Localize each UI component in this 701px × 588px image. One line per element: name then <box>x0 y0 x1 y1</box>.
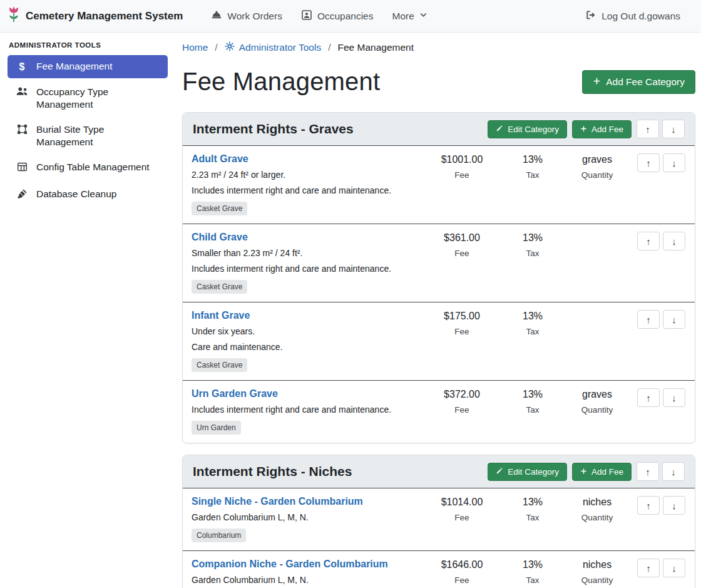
quantity-value: graves <box>563 389 632 400</box>
breadcrumb-separator: / <box>328 42 330 53</box>
add-fee-button[interactable]: Add Fee <box>572 463 632 481</box>
move-fee-up-button[interactable]: ↑ <box>637 496 660 515</box>
fee-description: Includes interment right and care and ma… <box>192 404 421 415</box>
quantity-cell: graves Quantity <box>563 153 632 180</box>
move-category-up-button[interactable]: ↑ <box>637 120 659 138</box>
fee-description: Care and maintenance. <box>192 341 421 353</box>
move-fee-up-button[interactable]: ↑ <box>637 310 660 329</box>
sidebar-item-fee-management[interactable]: $ Fee Management <box>8 55 168 78</box>
fee-row: Companion Niche - Garden Columbarium Gar… <box>183 550 695 588</box>
tax-value: 13% <box>503 154 563 165</box>
quantity-label: Quantity <box>563 170 632 180</box>
sidebar-item-occupancy-type[interactable]: Occupancy Type Management <box>8 81 168 116</box>
fee-details: Single Niche - Garden Columbarium Garden… <box>192 496 421 542</box>
edit-category-button[interactable]: Edit Category <box>488 120 567 138</box>
users-icon <box>16 86 28 99</box>
fee-description: Garden Columbarium L, M, N. <box>192 512 421 523</box>
tax-label: Tax <box>503 170 563 180</box>
plus-icon <box>593 76 601 88</box>
move-fee-up-button[interactable]: ↑ <box>637 153 660 172</box>
tax-label: Tax <box>503 513 563 522</box>
move-fee-down-button[interactable]: ↓ <box>663 388 685 407</box>
fee-amount-label: Fee <box>421 405 503 415</box>
tax-label: Tax <box>503 327 563 336</box>
plus-icon <box>580 125 587 134</box>
fee-type-badge: Casket Grave <box>192 358 247 372</box>
nav-occupancies[interactable]: Occupancies <box>292 9 383 23</box>
move-fee-down-button[interactable]: ↓ <box>663 559 685 577</box>
fee-type-badge: Columbarium <box>192 529 246 542</box>
nav-more[interactable]: More <box>383 11 437 22</box>
breadcrumb-separator: / <box>215 42 217 53</box>
quantity-cell-empty <box>563 310 632 311</box>
nav-work-orders[interactable]: Work Orders <box>202 9 292 23</box>
fee-amount: $1014.00 <box>421 497 503 508</box>
broom-icon <box>16 188 28 202</box>
fee-amount-label: Fee <box>421 327 503 336</box>
breadcrumb-admin-tools-link[interactable]: Administrator Tools <box>225 41 322 54</box>
fee-description: Smaller than 2.23 m² / 24 ft². <box>192 247 421 259</box>
move-category-up-button[interactable]: ↑ <box>637 462 659 481</box>
tax-cell: 13% Tax <box>503 310 563 336</box>
fee-description: Includes interment right and care and ma… <box>192 185 421 196</box>
fee-amount-cell: $175.00 Fee <box>421 310 503 336</box>
fee-name-link[interactable]: Infant Grave <box>192 310 250 321</box>
sidebar-item-config-table[interactable]: Config Table Management <box>8 156 168 180</box>
fee-type-badge: Casket Grave <box>192 202 247 215</box>
quantity-label: Quantity <box>563 405 632 415</box>
move-fee-up-button[interactable]: ↑ <box>637 559 660 577</box>
quantity-label: Quantity <box>563 513 632 522</box>
fee-amount-label: Fee <box>421 249 503 258</box>
breadcrumb-current: Fee Management <box>338 42 414 53</box>
fee-type-badge: Casket Grave <box>192 280 247 294</box>
quantity-cell: niches Quantity <box>563 559 632 585</box>
fee-details: Companion Niche - Garden Columbarium Gar… <box>192 559 421 588</box>
vector-square-icon <box>16 124 28 138</box>
tax-label: Tax <box>503 575 563 585</box>
move-category-down-button[interactable]: ↓ <box>662 462 685 481</box>
move-fee-down-button[interactable]: ↓ <box>663 153 685 172</box>
tax-label: Tax <box>503 249 563 258</box>
add-fee-button[interactable]: Add Fee <box>572 120 632 138</box>
edit-category-button[interactable]: Edit Category <box>488 463 567 481</box>
tax-label: Tax <box>503 405 563 415</box>
quantity-cell: niches Quantity <box>563 496 632 522</box>
fee-row: Adult Grave 2.23 m² / 24 ft² or larger. … <box>183 146 695 224</box>
move-fee-down-button[interactable]: ↓ <box>663 232 685 250</box>
tax-cell: 13% Tax <box>503 496 563 522</box>
category-header: Interment Rights - Niches Edit Category … <box>183 455 695 488</box>
breadcrumb: Home / Administrator Tools / <box>182 41 695 54</box>
fee-row: Infant Grave Under six years. Care and m… <box>183 302 695 380</box>
fee-name-link[interactable]: Companion Niche - Garden Columbarium <box>192 559 388 570</box>
tax-value: 13% <box>503 497 563 508</box>
fee-amount-cell: $361.00 Fee <box>421 232 503 258</box>
app-brand[interactable]: Cemetery Management System <box>8 6 183 26</box>
fee-name-link[interactable]: Urn Garden Grave <box>192 388 278 400</box>
pencil-icon <box>496 125 503 134</box>
tax-cell: 13% Tax <box>503 153 563 180</box>
fee-description: Under six years. <box>192 326 421 337</box>
tax-value: 13% <box>503 559 563 570</box>
fee-amount-cell: $1001.00 Fee <box>421 153 503 180</box>
fee-name-link[interactable]: Child Grave <box>192 232 248 243</box>
dollar-icon: $ <box>16 61 28 73</box>
move-fee-up-button[interactable]: ↑ <box>637 232 660 250</box>
breadcrumb-home-link[interactable]: Home <box>182 42 208 53</box>
fee-name-link[interactable]: Single Niche - Garden Columbarium <box>192 496 363 507</box>
move-category-down-button[interactable]: ↓ <box>662 120 685 138</box>
move-fee-up-button[interactable]: ↑ <box>637 388 660 407</box>
sidebar-item-database-cleanup[interactable]: Database Cleanup <box>8 183 168 207</box>
nav-logout[interactable]: Log Out d.gowans <box>576 9 690 23</box>
add-fee-category-button[interactable]: Add Fee Category <box>582 70 695 94</box>
move-fee-down-button[interactable]: ↓ <box>663 496 685 515</box>
tax-cell: 13% Tax <box>503 559 563 585</box>
plus-icon <box>580 467 587 477</box>
fee-description: 2.23 m² / 24 ft² or larger. <box>192 169 421 180</box>
fee-name-link[interactable]: Adult Grave <box>192 153 248 165</box>
move-fee-down-button[interactable]: ↓ <box>663 310 685 329</box>
fee-description: Garden Columbarium L, M, N. <box>192 574 421 585</box>
sidebar-heading: Administrator Tools <box>9 41 168 55</box>
tax-value: 13% <box>503 311 563 322</box>
sidebar-item-burial-site-type[interactable]: Burial Site Type Management <box>8 118 168 153</box>
fee-amount-cell: $1646.00 Fee <box>421 559 503 585</box>
